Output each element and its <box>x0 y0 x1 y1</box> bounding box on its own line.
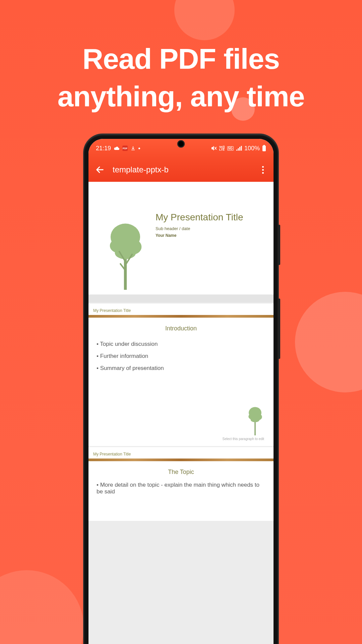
volte-icon: Vo)) LTE <box>219 146 225 151</box>
slide2-header: My Presentation Title <box>88 304 274 315</box>
decorative-circle <box>174 0 235 40</box>
phone-mockup: 21:19 PDF Vo)) LTE 5G <box>84 134 278 644</box>
svg-point-8 <box>115 247 136 259</box>
list-item: • Topic under discussion <box>97 338 265 350</box>
svg-rect-9 <box>254 420 256 435</box>
headline-line1: Read PDF files <box>0 40 362 78</box>
slide1-author: Your Name <box>156 233 263 238</box>
list-item: • Further information <box>97 350 265 362</box>
svg-rect-3 <box>263 145 265 146</box>
headline-line2: anything, any time <box>0 78 362 115</box>
status-left: 21:19 PDF <box>96 145 140 152</box>
download-icon <box>130 146 136 151</box>
wood-divider <box>88 315 274 318</box>
slide1-title: My Presentation Title <box>156 212 263 223</box>
tree-illustration-small <box>247 405 263 435</box>
status-right: Vo)) LTE 5G 100% <box>211 145 266 152</box>
tree-illustration <box>107 219 144 290</box>
slide1-subheader: Sub header / date <box>156 226 263 231</box>
document-viewer[interactable]: My Presentation Title Sub header / date … <box>88 182 274 644</box>
phone-camera <box>177 140 185 148</box>
app-bar: template-pptx-b <box>88 158 274 182</box>
mute-icon <box>211 146 217 151</box>
list-item: • Summary of presentation <box>97 362 265 374</box>
status-time: 21:19 <box>96 145 111 152</box>
pdf-app-icon: PDF <box>122 146 128 151</box>
more-menu-button[interactable] <box>259 166 267 174</box>
phone-side-button <box>278 299 280 359</box>
cloud-icon <box>114 146 120 151</box>
wood-divider <box>88 459 274 461</box>
dot-icon <box>138 148 140 149</box>
slide3-bullet: • More detail on the topic - explain the… <box>88 482 274 495</box>
slide-2: My Presentation Title Introduction • Top… <box>88 304 274 446</box>
slide2-edit-hint: Select this paragraph to edit <box>222 437 264 441</box>
slide3-section-title: The Topic <box>88 461 274 482</box>
slide1-footer-band <box>88 294 274 303</box>
phone-screen: 21:19 PDF Vo)) LTE 5G <box>88 139 274 644</box>
slide-3: My Presentation Title The Topic • More d… <box>88 447 274 521</box>
phone-side-button <box>278 225 280 265</box>
back-button[interactable] <box>95 165 105 174</box>
slide3-header: My Presentation Title <box>88 447 274 459</box>
fiveg-icon: 5G <box>227 146 234 151</box>
slide2-section-title: Introduction <box>88 318 274 338</box>
decorative-circle <box>295 292 362 392</box>
document-title: template-pptx-b <box>113 165 251 174</box>
svg-text:PDF: PDF <box>123 147 128 150</box>
svg-point-13 <box>251 417 260 422</box>
slide2-bullets: • Topic under discussion • Further infor… <box>88 338 274 374</box>
decorative-circle <box>0 570 84 644</box>
slide-1: My Presentation Title Sub header / date … <box>88 182 274 303</box>
svg-rect-2 <box>262 146 266 151</box>
marketing-headline: Read PDF files anything, any time <box>0 40 362 115</box>
signal-icon <box>236 146 242 151</box>
battery-icon <box>262 145 266 152</box>
battery-percent: 100% <box>244 145 260 152</box>
